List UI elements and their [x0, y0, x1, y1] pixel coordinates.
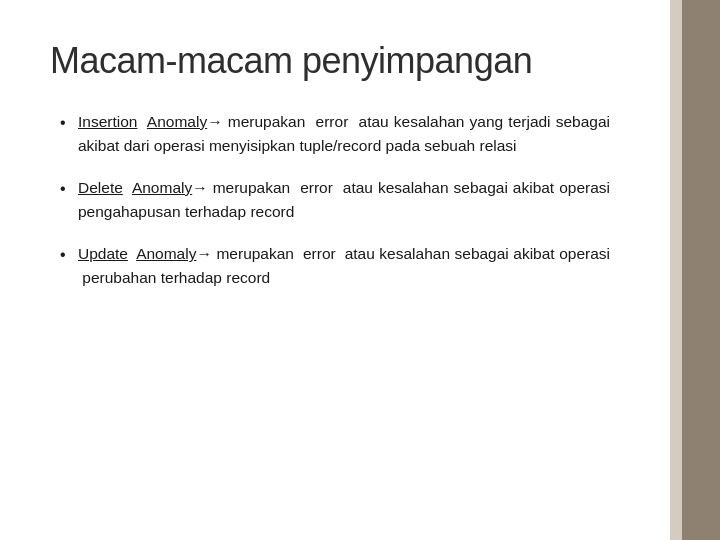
slide-title: Macam-macam penyimpangan — [50, 40, 670, 82]
slide-container: Macam-macam penyimpangan • Insertion Ano… — [0, 0, 720, 540]
term-anomaly-2: Anomaly — [132, 179, 192, 196]
term-anomaly-1: Anomaly — [147, 113, 207, 130]
arrow-3: → — [196, 245, 212, 262]
term-insertion: Insertion — [78, 113, 137, 130]
bullet-item-insertion: • Insertion Anomaly→ merupakan error ata… — [60, 110, 670, 158]
term-delete: Delete — [78, 179, 123, 196]
right-accent — [682, 0, 720, 540]
right-accent-inner — [670, 0, 682, 540]
arrow-2: → — [192, 179, 208, 196]
bullet-dot-2: • — [60, 177, 78, 202]
slide-content: • Insertion Anomaly→ merupakan error ata… — [50, 110, 670, 290]
bullet-item-update: • Update Anomaly→ merupakan error atau k… — [60, 242, 670, 290]
term-anomaly-3: Anomaly — [136, 245, 196, 262]
bullet-item-delete: • Delete Anomaly→ merupakan error atau k… — [60, 176, 670, 224]
bullet-text-update: Update Anomaly→ merupakan error atau kes… — [78, 242, 610, 290]
term-update: Update — [78, 245, 128, 262]
bullet-dot-3: • — [60, 243, 78, 268]
arrow-1: → — [207, 113, 223, 130]
bullet-text-delete: Delete Anomaly→ merupakan error atau kes… — [78, 176, 610, 224]
bullet-text-insertion: Insertion Anomaly→ merupakan error atau … — [78, 110, 610, 158]
bullet-dot-1: • — [60, 111, 78, 136]
